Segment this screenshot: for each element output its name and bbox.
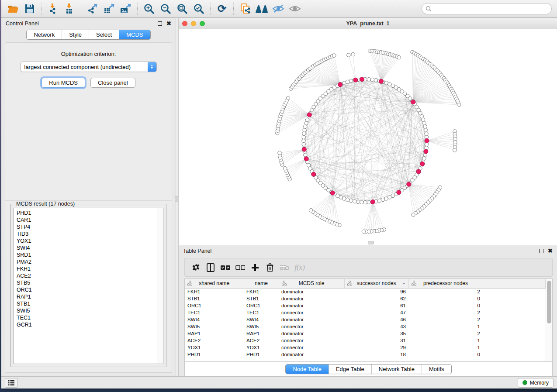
table-cell[interactable]: 46 bbox=[344, 316, 408, 323]
table-settings-button[interactable] bbox=[189, 261, 202, 274]
table-cell[interactable]: 29 bbox=[344, 344, 408, 351]
mcds-result-item[interactable]: CAR1 bbox=[17, 217, 157, 224]
table-cell[interactable]: SWI5 bbox=[185, 323, 244, 330]
table-cell[interactable]: 1 bbox=[408, 337, 483, 344]
delete-column-button[interactable] bbox=[263, 261, 277, 274]
close-panel-button[interactable]: Close panel bbox=[90, 78, 135, 88]
open-session-button[interactable] bbox=[5, 1, 21, 16]
network-canvas[interactable] bbox=[179, 29, 557, 245]
vertical-splitter[interactable] bbox=[176, 18, 178, 376]
table-row[interactable]: SWI4SWI4dominator462 bbox=[185, 316, 546, 323]
table-cell[interactable]: 1 bbox=[408, 323, 483, 330]
table-cell[interactable]: STB1 bbox=[185, 295, 244, 302]
table-cell[interactable]: PHD1 bbox=[244, 351, 279, 358]
table-cell[interactable]: ACE2 bbox=[185, 337, 244, 344]
table-cell[interactable]: RAP1 bbox=[244, 330, 279, 337]
criterion-dropdown[interactable]: largest connected component (undirected)… bbox=[21, 62, 157, 72]
run-mcds-button[interactable]: Run MCDS bbox=[42, 78, 85, 88]
table-cell[interactable]: STB1 bbox=[244, 295, 279, 302]
table-cell[interactable]: FKH1 bbox=[185, 288, 244, 295]
column-header-shared-name[interactable]: shared name bbox=[185, 279, 244, 288]
hide-selected-button[interactable] bbox=[270, 1, 287, 16]
tab-style[interactable]: Style bbox=[62, 30, 89, 39]
task-history-button[interactable] bbox=[5, 378, 18, 388]
network-window-titlebar[interactable]: YPA_prune.txt_1 bbox=[179, 18, 557, 29]
zoom-selected-button[interactable] bbox=[190, 1, 207, 16]
table-cell[interactable]: dominator bbox=[279, 295, 344, 302]
mcds-result-item[interactable]: STB1 bbox=[17, 300, 157, 307]
column-header-successor-nodes[interactable]: successor nodes⌄ bbox=[344, 279, 408, 288]
table-cell[interactable]: YOX1 bbox=[185, 344, 244, 351]
show-all-button[interactable] bbox=[287, 1, 303, 16]
close-panel-icon[interactable]: ✖ bbox=[166, 21, 171, 26]
table-row[interactable]: TEC1TEC1connector472 bbox=[185, 309, 546, 316]
table-cell[interactable]: 1 bbox=[408, 344, 483, 351]
table-row[interactable]: RAP1RAP1dominator352 bbox=[185, 330, 546, 337]
refresh-button[interactable]: ⟳ bbox=[214, 1, 230, 16]
table-cell[interactable] bbox=[483, 351, 546, 358]
table-row[interactable]: YOX1YOX1connector291 bbox=[185, 344, 546, 351]
search-box[interactable] bbox=[422, 3, 552, 14]
table-row[interactable]: SWI5SWI5connector431 bbox=[185, 323, 546, 330]
table-cell[interactable]: 2 bbox=[408, 288, 483, 295]
export-table-button[interactable] bbox=[101, 1, 118, 16]
table-cell[interactable]: TEC1 bbox=[244, 309, 279, 316]
table-cell[interactable]: 18 bbox=[344, 351, 408, 358]
tab-select[interactable]: Select bbox=[89, 30, 119, 39]
float-panel-icon[interactable] bbox=[158, 21, 162, 26]
horizontal-splitter-grip[interactable] bbox=[368, 241, 374, 244]
table-cell[interactable]: dominator bbox=[279, 302, 344, 309]
table-cell[interactable]: 47 bbox=[344, 309, 408, 316]
column-header-MCDS-role[interactable]: MCDS role bbox=[279, 279, 344, 288]
table-cell[interactable]: connector bbox=[279, 344, 344, 351]
zoom-out-button[interactable] bbox=[157, 1, 174, 16]
table-cell[interactable]: connector bbox=[279, 323, 344, 330]
table-cell[interactable] bbox=[483, 337, 546, 344]
table-cell[interactable] bbox=[483, 344, 546, 351]
mcds-result-list[interactable]: PHD1CAR1STP4TID3YOX1SWI4SRD1PMA2FKH1ACE2… bbox=[14, 208, 163, 364]
tab-network-table[interactable]: Network Table bbox=[371, 364, 422, 374]
result-list-scrollbar[interactable] bbox=[157, 208, 163, 364]
table-cell[interactable]: 2 bbox=[408, 330, 483, 337]
network-graph[interactable] bbox=[179, 29, 557, 245]
mcds-result-item[interactable]: ACE2 bbox=[17, 272, 157, 279]
mcds-result-item[interactable]: SRD1 bbox=[17, 251, 157, 258]
table-scrollbar-thumb[interactable] bbox=[547, 281, 551, 323]
tab-node-table[interactable]: Node Table bbox=[286, 364, 329, 374]
table-cell[interactable]: dominator bbox=[279, 316, 344, 323]
table-cell[interactable] bbox=[483, 330, 546, 337]
select-all-button[interactable] bbox=[219, 261, 232, 274]
table-cell[interactable]: SWI4 bbox=[244, 316, 279, 323]
column-header-name[interactable]: name bbox=[244, 279, 279, 288]
table-row[interactable]: ORC1ORC1dominator610 bbox=[185, 302, 546, 309]
table-cell[interactable]: 0 bbox=[408, 351, 483, 358]
tab-network[interactable]: Network bbox=[27, 30, 62, 39]
table-cell[interactable]: 31 bbox=[344, 337, 408, 344]
table-cell[interactable]: 2 bbox=[408, 316, 483, 323]
mcds-result-item[interactable]: SWI5 bbox=[17, 307, 157, 314]
node-table[interactable]: shared namenameMCDS rolesuccessor nodes⌄… bbox=[185, 279, 546, 358]
table-cell[interactable]: 35 bbox=[344, 330, 408, 337]
table-cell[interactable]: dominator bbox=[279, 351, 344, 358]
export-image-button[interactable] bbox=[118, 1, 134, 16]
table-cell[interactable]: YOX1 bbox=[244, 344, 279, 351]
tab-motifs[interactable]: Motifs bbox=[422, 364, 451, 374]
mcds-result-item[interactable]: YOX1 bbox=[17, 237, 157, 244]
table-row[interactable]: ACE2ACE2connector311 bbox=[185, 337, 546, 344]
table-cell[interactable] bbox=[483, 316, 546, 323]
table-cell[interactable] bbox=[483, 288, 546, 295]
table-float-panel-icon[interactable] bbox=[539, 249, 543, 253]
table-cell[interactable]: FKH1 bbox=[244, 288, 279, 295]
mcds-result-item[interactable]: TID3 bbox=[17, 230, 157, 237]
add-column-button[interactable] bbox=[249, 261, 262, 274]
mcds-result-item[interactable]: ORC1 bbox=[17, 286, 157, 293]
mcds-result-item[interactable]: STB5 bbox=[17, 279, 157, 286]
table-cell[interactable] bbox=[483, 302, 546, 309]
table-cell[interactable]: dominator bbox=[279, 330, 344, 337]
window-zoom-light[interactable] bbox=[200, 21, 205, 26]
table-cell[interactable]: RAP1 bbox=[185, 330, 244, 337]
search-input[interactable] bbox=[434, 6, 548, 12]
table-cell[interactable]: connector bbox=[279, 337, 344, 344]
column-header-predecessor-nodes[interactable]: predecessor nodes bbox=[408, 279, 483, 288]
table-cell[interactable]: TEC1 bbox=[185, 309, 244, 316]
